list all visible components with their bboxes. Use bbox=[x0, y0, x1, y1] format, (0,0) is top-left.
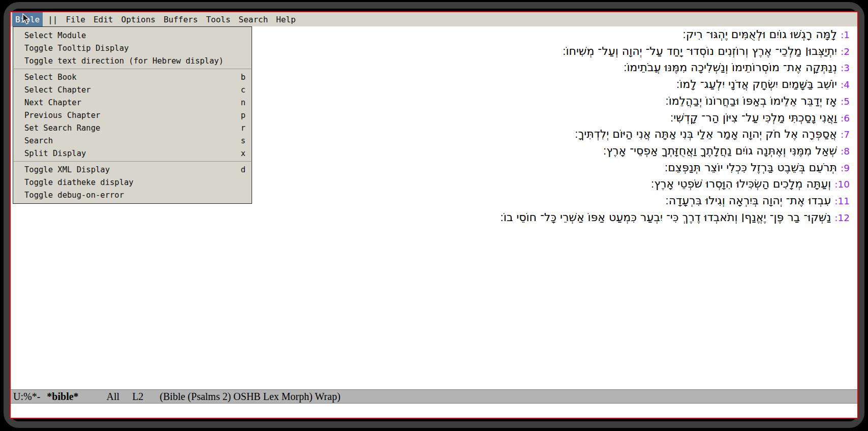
menu-item-shortcut: r bbox=[241, 124, 245, 133]
menu-item-label: Split Display bbox=[24, 149, 86, 158]
bible-dropdown-menu: Select ModuleToggle Tooltip DisplayToggl… bbox=[13, 26, 252, 204]
verse-number: 2: bbox=[841, 46, 850, 57]
verse-number: 8: bbox=[841, 146, 850, 157]
verse-text: נְנַתְּקָה אֶת־ מוֹסְרוֹתֵימוֹ וְנַשְׁלִ… bbox=[624, 61, 837, 74]
desktop: { "menu_bar": { "items": ["Bible", "||",… bbox=[0, 0, 868, 431]
menu-item-shortcut: n bbox=[241, 98, 245, 107]
modeline-buffer-name: *bible* bbox=[47, 391, 78, 403]
verse-text: יוֹשֵׁב בַּשָּׁמַיִם יִשְׂחָק אֲדֹנָי יִ… bbox=[676, 78, 837, 90]
menu-item-next-chapter[interactable]: Next Chaptern bbox=[13, 96, 252, 109]
verse-number: 5: bbox=[841, 96, 850, 107]
menubar-item-file[interactable]: File bbox=[63, 12, 88, 26]
menu-item-shortcut: s bbox=[241, 136, 245, 145]
menu-item-select-module[interactable]: Select Module bbox=[13, 29, 252, 42]
verse-text: יִתְיַצְּבוּ׀ מַלְכֵי־ אֶרֶץ וְרוֹזְנִים… bbox=[563, 45, 837, 57]
menu-separator bbox=[14, 161, 251, 162]
menu-item-split-display[interactable]: Split Displayx bbox=[13, 147, 252, 160]
menu-item-label: Next Chapter bbox=[24, 98, 81, 107]
verse-number: 9: bbox=[841, 163, 850, 173]
menu-item-search[interactable]: Searchs bbox=[13, 134, 252, 147]
verse-text: נַשְּׁקוּ־ בַר פֶּן־ יֶאֱנַף׀ וְתֹאבְדוּ… bbox=[500, 211, 831, 224]
verse-text: לָמָּה רָגְשׁוּ גוֹיִם וּלְאֻמִּים יֶהְג… bbox=[683, 28, 837, 41]
verse-number: 10: bbox=[834, 179, 850, 190]
menubar-item-buffers[interactable]: Buffers bbox=[161, 12, 201, 26]
menu-item-label: Previous Chapter bbox=[24, 111, 100, 120]
verse-text: וְעַתָּה מְלָכִים הַשְׂכִּילוּ הִוָּסְרו… bbox=[651, 177, 831, 190]
modeline-line-number: L2 bbox=[132, 391, 143, 403]
menu-item-label: Toggle diatheke display bbox=[24, 178, 134, 187]
verse-number: 12: bbox=[834, 212, 850, 223]
menu-item-label: Search bbox=[24, 136, 53, 145]
menu-item-shortcut: d bbox=[241, 165, 245, 174]
menu-item-select-chapter[interactable]: Select Chapterc bbox=[13, 83, 252, 96]
menubar-item-bible[interactable]: Bible bbox=[12, 12, 43, 26]
verse-number: 4: bbox=[841, 79, 850, 90]
menu-item-label: Set Search Range bbox=[24, 124, 100, 133]
echo-area[interactable] bbox=[11, 404, 857, 418]
menubar-item-help[interactable]: Help bbox=[273, 12, 299, 26]
menu-separator bbox=[14, 69, 251, 69]
emacs-frame: Bible||FileEditOptionsBuffersToolsSearch… bbox=[10, 11, 858, 419]
verse-line: 12:נַשְּׁקוּ־ בַר פֶּן־ יֶאֱנַף׀ וְתֹאבְ… bbox=[11, 209, 857, 226]
menu-item-toggle-diatheke-display[interactable]: Toggle diatheke display bbox=[13, 176, 252, 189]
menu-item-label: Select Chapter bbox=[24, 85, 91, 95]
verse-number: 3: bbox=[841, 63, 850, 73]
menu-item-label: Select Book bbox=[24, 73, 77, 82]
menu-item-label: Toggle text direction (for Hebrew displa… bbox=[24, 56, 224, 66]
menu-item-set-search-range[interactable]: Set Search Ranger bbox=[13, 121, 252, 134]
modeline-flags: U:%*- bbox=[13, 391, 40, 403]
verse-number: 11: bbox=[834, 196, 850, 206]
menu-item-toggle-xml-display[interactable]: Toggle XML Displayd bbox=[13, 163, 252, 176]
verse-number: 1: bbox=[841, 29, 850, 40]
menubar-item-tools[interactable]: Tools bbox=[203, 12, 233, 26]
verse-text: וַאֲנִי נָסַכְתִּי מַלְכִּי עַל־ צִיּוֹן… bbox=[670, 111, 837, 124]
menu-item-shortcut: b bbox=[241, 73, 245, 82]
menu-item-toggle-tooltip-display[interactable]: Toggle Tooltip Display bbox=[13, 42, 252, 54]
menu-bar: Bible||FileEditOptionsBuffersToolsSearch… bbox=[11, 12, 857, 26]
menu-item-toggle-debug-on-error[interactable]: Toggle debug-on-error bbox=[13, 189, 252, 201]
menubar-item-options[interactable]: Options bbox=[118, 12, 159, 26]
menu-item-shortcut: x bbox=[241, 149, 245, 158]
menu-item-label: Toggle XML Display bbox=[24, 165, 110, 174]
verse-text: עִבְדוּ אֶת־ יְהוָה בְּיִרְאָה וְגִילוּ … bbox=[665, 194, 831, 207]
menu-item-label: Toggle Tooltip Display bbox=[24, 44, 129, 53]
menubar-item-search[interactable]: Search bbox=[236, 12, 271, 26]
verse-text: שְׁאַל מִמֶּנִּי וְאֶתְּנָה גוֹיִם נַחֲל… bbox=[603, 144, 837, 157]
menubar-item-edit[interactable]: Edit bbox=[90, 12, 116, 26]
verse-text: תְּרֹעֵם בְּשֵׁבֶט בַּרְזֶל כִּכְלִי יוֹ… bbox=[665, 161, 837, 174]
modeline-scroll-position: All bbox=[107, 391, 120, 403]
verse-text: אֲסַפְּרָה אֶל חֹק יְהוָה אָמַר אֵלַי בְ… bbox=[575, 128, 837, 140]
menu-item-label: Select Module bbox=[24, 31, 86, 40]
verse-number: 6: bbox=[841, 113, 850, 124]
menu-item-label: Toggle debug-on-error bbox=[24, 191, 124, 200]
menu-item-previous-chapter[interactable]: Previous Chapterp bbox=[13, 109, 252, 121]
menu-item-select-book[interactable]: Select Bookb bbox=[13, 71, 252, 83]
menu-item-toggle-text-direction-for-hebrew-display[interactable]: Toggle text direction (for Hebrew displa… bbox=[13, 54, 252, 67]
menu-item-shortcut: p bbox=[241, 111, 245, 120]
menu-item-shortcut: c bbox=[241, 85, 245, 95]
mode-line: U:%*- *bible* All L2 (Bible (Psalms 2) O… bbox=[11, 389, 857, 404]
verse-number: 7: bbox=[841, 129, 850, 140]
menubar-item-[interactable]: || bbox=[45, 12, 60, 26]
verse-text: אָז יְדַבֵּר אֵלֵימוֹ בְאַפּוֹ וּבַחֲרוֹ… bbox=[665, 95, 837, 107]
modeline-modes: (Bible (Psalms 2) OSHB Lex Morph) Wrap) bbox=[160, 391, 340, 403]
